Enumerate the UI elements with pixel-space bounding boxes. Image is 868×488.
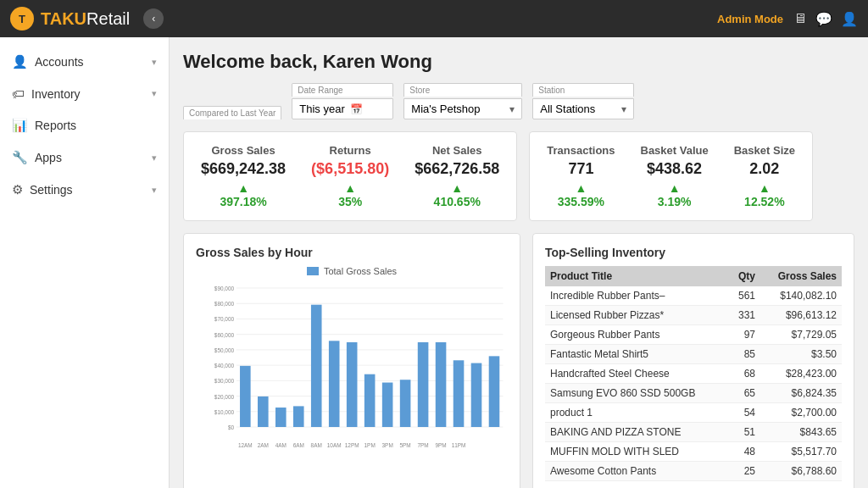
svg-text:$60,000: $60,000: [214, 331, 235, 337]
date-range-select[interactable]: This year 📅: [292, 98, 393, 119]
svg-rect-34: [489, 356, 500, 427]
gross-sales: $2,700.00: [760, 403, 842, 423]
main-layout: 👤 Accounts ▾ 🏷 Inventory ▾ 📊 Reports 🔧 A…: [0, 37, 868, 488]
accounts-icon: 👤: [12, 54, 28, 69]
svg-rect-26: [347, 342, 358, 427]
store-filter[interactable]: Store Mia's Petshop ▾: [403, 83, 522, 119]
table-row[interactable]: Handcrafted Steel Cheese 68 $28,423.00: [545, 364, 842, 384]
stat-change: 410.65%: [415, 195, 499, 208]
sidebar-item-settings[interactable]: ⚙ Settings ▾: [0, 174, 169, 206]
table-row[interactable]: Awesome Cotton Pants 25 $6,788.60: [545, 462, 842, 481]
monitor-icon[interactable]: 🖥: [793, 11, 807, 26]
gross-sales: $140,082.10: [760, 286, 842, 306]
legend-box: [307, 267, 319, 275]
stats-card-left: Gross Sales $669,242.38 ▲ 397.18% Return…: [183, 131, 517, 221]
svg-rect-32: [453, 360, 465, 427]
table-row[interactable]: Gorgeous Rubber Pants 97 $7,729.05: [545, 325, 842, 345]
product-name: Awesome Cotton Pants: [545, 462, 728, 481]
legend-label: Total Gross Sales: [324, 266, 397, 276]
logo-icon: T: [10, 7, 34, 30]
svg-text:8AM: 8AM: [311, 442, 323, 448]
table-header-row: Product Title Qty Gross Sales: [545, 266, 842, 286]
stat-item: Basket Value $438.62 ▲ 3.19%: [641, 144, 709, 208]
sidebar: 👤 Accounts ▾ 🏷 Inventory ▾ 📊 Reports 🔧 A…: [0, 37, 170, 488]
chart-legend: Total Gross Sales: [196, 266, 508, 276]
table-row[interactable]: Fantastic Metal Shirt5 85 $3.50: [545, 345, 842, 364]
qty: 68: [728, 364, 760, 384]
qty: 54: [728, 403, 760, 423]
svg-rect-30: [418, 342, 429, 427]
apps-icon: 🔧: [12, 150, 28, 165]
page-title: Welcome back, Karen Wong: [183, 51, 854, 73]
table-row[interactable]: MUFFIN MOLD WITH SLED 48 $5,517.70: [545, 442, 842, 462]
calendar-icon: 📅: [350, 103, 363, 115]
svg-text:12PM: 12PM: [345, 442, 359, 448]
sidebar-item-label: Accounts: [35, 55, 84, 69]
stat-arrow-icon: ▲: [734, 181, 795, 195]
sidebar-item-accounts[interactable]: 👤 Accounts ▾: [0, 46, 169, 78]
product-name: Handcrafted Steel Cheese: [545, 364, 728, 384]
station-label: Station: [532, 83, 634, 97]
svg-rect-28: [382, 383, 393, 427]
table-row[interactable]: BAKING AND PIZZA STONE 51 $843.65: [545, 423, 842, 442]
product-name: Fantastic Metal Shirt5: [545, 345, 728, 364]
svg-text:$40,000: $40,000: [214, 363, 235, 369]
svg-text:$80,000: $80,000: [214, 301, 235, 307]
col-sales: Gross Sales: [760, 266, 842, 286]
table-row[interactable]: Licensed Rubber Pizzas* 331 $96,613.12: [545, 306, 842, 325]
compared-filter: Compared to Last Year: [183, 106, 281, 119]
sidebar-item-label: Settings: [30, 183, 73, 197]
table-row[interactable]: Samsung EVO 860 SSD 500GB 65 $6,824.35: [545, 384, 842, 403]
table-row[interactable]: product 1 54 $2,700.00: [545, 403, 842, 423]
svg-rect-27: [364, 374, 376, 427]
qty: 85: [728, 345, 760, 364]
svg-text:$70,000: $70,000: [214, 316, 235, 322]
stat-change: 397.18%: [201, 195, 286, 208]
stat-arrow-icon: ▲: [641, 181, 709, 195]
stat-value: $669,242.38: [201, 160, 286, 178]
gross-sales: $6,788.60: [760, 462, 842, 481]
back-button[interactable]: ‹: [143, 8, 164, 29]
gross-sales: $5,517.70: [760, 442, 842, 462]
gross-sales: $843.65: [760, 423, 842, 442]
user-icon[interactable]: 👤: [841, 11, 858, 27]
chart-area: $90,000$80,000$70,000$60,000$50,000$40,0…: [196, 283, 508, 452]
admin-mode-label: Admin Mode: [717, 13, 783, 25]
stat-title: Gross Sales: [201, 144, 286, 157]
compared-label: Compared to Last Year: [183, 106, 281, 119]
stat-value: $662,726.58: [415, 160, 499, 178]
chevron-down-icon: ▾: [621, 103, 626, 115]
table-card: Top-Selling Inventory Product Title Qty …: [532, 233, 854, 488]
sidebar-item-reports[interactable]: 📊 Reports: [0, 109, 169, 141]
product-name: BAKING AND PIZZA STONE: [545, 423, 728, 442]
stat-item: Net Sales $662,726.58 ▲ 410.65%: [415, 144, 499, 208]
station-select[interactable]: All Stations ▾: [532, 98, 634, 119]
stat-item: Basket Size 2.02 ▲ 12.52%: [734, 144, 795, 208]
svg-text:11PM: 11PM: [452, 442, 466, 448]
message-icon[interactable]: 💬: [815, 11, 832, 27]
sidebar-item-apps[interactable]: 🔧 Apps ▾: [0, 141, 169, 174]
stat-title: Net Sales: [415, 144, 499, 157]
date-range-label: Date Range: [292, 83, 393, 97]
sidebar-item-label: Inventory: [31, 87, 81, 101]
store-select[interactable]: Mia's Petshop ▾: [403, 98, 522, 119]
svg-rect-22: [275, 408, 287, 427]
qty: 51: [728, 423, 760, 442]
stat-value: ($6,515.80): [311, 160, 389, 178]
station-filter[interactable]: Station All Stations ▾: [532, 83, 634, 119]
date-range-value: This year: [299, 103, 344, 115]
date-range-filter[interactable]: Date Range This year 📅: [292, 83, 393, 119]
svg-text:$90,000: $90,000: [214, 286, 235, 291]
header-right: Admin Mode 🖥 💬 👤: [717, 11, 858, 27]
station-value: All Stations: [540, 103, 595, 115]
stat-value: $438.62: [641, 160, 709, 178]
sidebar-item-inventory[interactable]: 🏷 Inventory ▾: [0, 78, 169, 109]
svg-text:10AM: 10AM: [327, 442, 342, 448]
app-header: T TAKURetail ‹ Admin Mode 🖥 💬 👤: [0, 0, 868, 37]
svg-text:4AM: 4AM: [275, 442, 287, 448]
svg-rect-31: [436, 342, 447, 427]
table-row[interactable]: Incredible Rubber Pants– 561 $140,082.10: [545, 286, 842, 306]
inventory-icon: 🏷: [12, 86, 25, 101]
stat-item: Gross Sales $669,242.38 ▲ 397.18%: [201, 144, 286, 208]
svg-rect-21: [258, 396, 269, 427]
